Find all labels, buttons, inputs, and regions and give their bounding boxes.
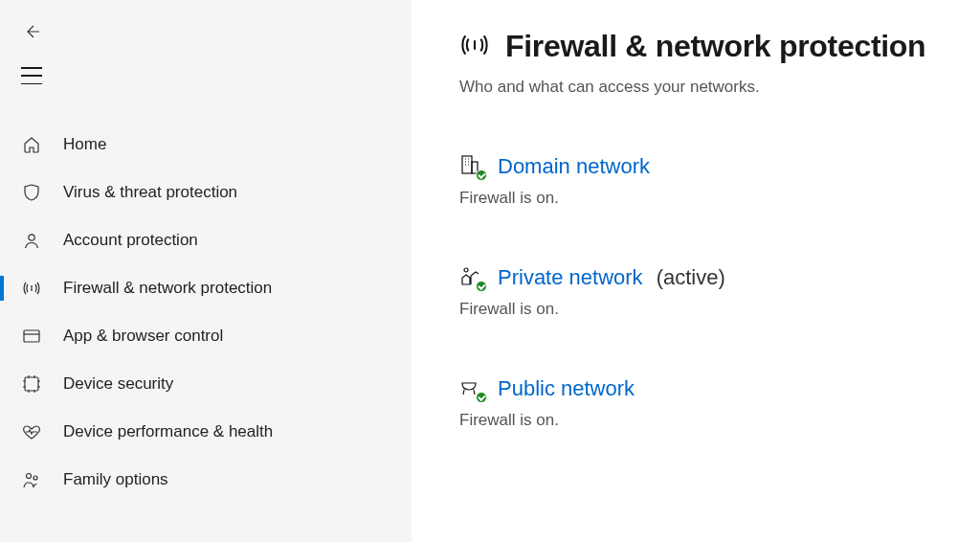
heart-icon [21, 421, 42, 442]
network-item-domain: Domain network Firewall is on. [459, 154, 961, 208]
sidebar-item-app-browser[interactable]: App & browser control [0, 312, 412, 360]
hamburger-menu[interactable] [21, 67, 42, 84]
page-title: Firewall & network protection [505, 29, 925, 64]
device-icon [21, 373, 42, 395]
sidebar-item-label: Device performance & health [63, 422, 273, 441]
sidebar-item-label: Firewall & network protection [63, 279, 272, 298]
antenna-icon [459, 30, 490, 63]
sidebar-item-home[interactable]: Home [0, 121, 412, 169]
sidebar-item-device-security[interactable]: Device security [0, 360, 412, 408]
sidebar-item-label: Family options [63, 470, 168, 489]
shield-icon [21, 182, 42, 203]
svg-point-3 [27, 474, 32, 479]
sidebar-item-account[interactable]: Account protection [0, 216, 412, 264]
svg-point-0 [29, 235, 34, 240]
svg-point-4 [33, 476, 37, 480]
svg-rect-5 [462, 156, 472, 173]
building-icon [459, 154, 484, 179]
network-item-public: Public network Firewall is on. [459, 376, 961, 430]
public-network-icon [459, 376, 484, 401]
browser-icon [21, 326, 42, 347]
family-icon [21, 469, 42, 490]
svg-point-7 [464, 268, 468, 272]
svg-rect-2 [25, 377, 38, 391]
sidebar-item-label: Home [63, 135, 106, 154]
sidebar: Home Virus & threat protection Account p… [0, 0, 412, 542]
network-item-private: Private network (active) Firewall is on. [459, 265, 961, 319]
main-content: Firewall & network protection Who and wh… [412, 0, 980, 542]
private-network-icon [459, 265, 484, 290]
sidebar-item-label: Virus & threat protection [63, 183, 237, 202]
sidebar-item-firewall[interactable]: Firewall & network protection [0, 264, 412, 312]
domain-network-status: Firewall is on. [459, 189, 961, 208]
page-subtitle: Who and what can access your networks. [459, 78, 961, 97]
back-arrow-icon [22, 22, 41, 41]
private-network-active: (active) [657, 265, 725, 290]
sidebar-item-family[interactable]: Family options [0, 456, 412, 504]
domain-network-link[interactable]: Domain network [498, 154, 650, 179]
sidebar-item-performance[interactable]: Device performance & health [0, 408, 412, 456]
back-button[interactable] [21, 21, 42, 42]
person-icon [21, 230, 42, 251]
sidebar-item-label: Account protection [63, 231, 198, 250]
sidebar-item-label: App & browser control [63, 327, 223, 346]
private-network-status: Firewall is on. [459, 300, 961, 319]
public-network-status: Firewall is on. [459, 411, 961, 430]
public-network-link[interactable]: Public network [498, 376, 635, 401]
private-network-link[interactable]: Private network [498, 265, 643, 290]
wifi-icon [21, 278, 42, 299]
sidebar-item-label: Device security [63, 374, 173, 394]
sidebar-item-virus[interactable]: Virus & threat protection [0, 169, 412, 216]
nav-list: Home Virus & threat protection Account p… [0, 121, 412, 542]
page-header: Firewall & network protection [459, 29, 961, 64]
home-icon [21, 134, 42, 155]
svg-rect-1 [24, 330, 39, 342]
